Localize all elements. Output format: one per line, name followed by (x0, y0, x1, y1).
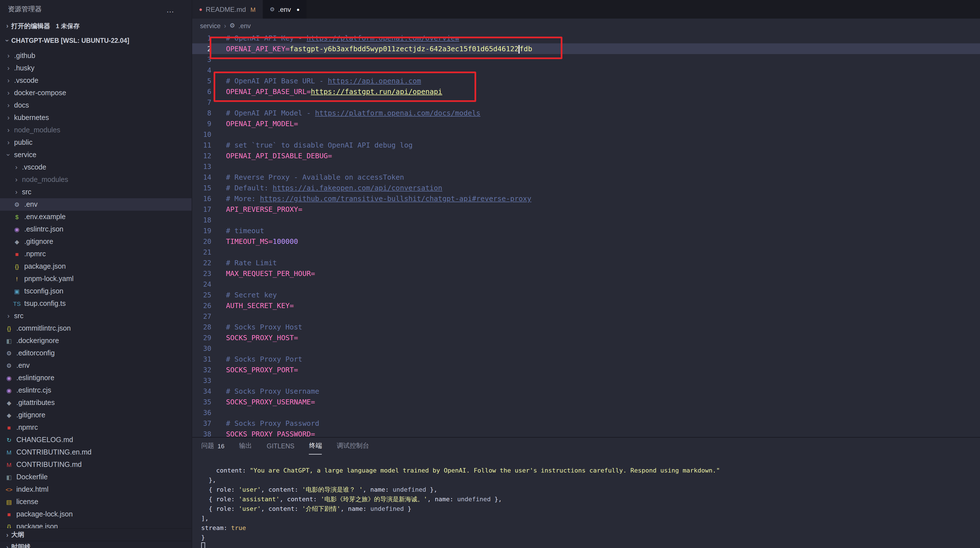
code-line[interactable]: 21 (192, 247, 980, 257)
breadcrumb-item-service[interactable]: service (200, 22, 221, 29)
tree-item[interactable]: ◉.eslintrc.cjs (0, 384, 192, 397)
tree-item[interactable]: ⚙.editorconfig (0, 347, 192, 359)
code-text: SOCKS_PROXY_HOST= (226, 334, 298, 342)
code-line[interactable]: 31# Socks Proxy Port (192, 354, 980, 364)
code-line[interactable]: 28# Socks Proxy Host (192, 322, 980, 332)
code-line[interactable]: 29SOCKS_PROXY_HOST= (192, 332, 980, 343)
tree-item[interactable]: ›docker-compose (0, 87, 192, 99)
code-line[interactable]: 10 (192, 129, 980, 140)
code-line[interactable]: 22# Rate Limit (192, 257, 980, 268)
code-line[interactable]: 7 (192, 97, 980, 108)
panel-tab[interactable]: 问题16 (201, 438, 224, 454)
tree-item[interactable]: ⚙.env (0, 359, 192, 372)
tree-item[interactable]: {}package.json (0, 260, 192, 273)
tree-item[interactable]: ›kubernetes (0, 111, 192, 124)
more-actions-icon[interactable]: … (166, 5, 175, 14)
tree-item[interactable]: ◧Dockerfile (0, 471, 192, 483)
breadcrumb-item-env[interactable]: .env (239, 22, 251, 29)
timeline-section[interactable]: › 时间线 (0, 541, 192, 548)
panel-tab[interactable]: 终端 (309, 438, 322, 454)
tree-item[interactable]: ↻CHANGELOG.md (0, 434, 192, 446)
code-line[interactable]: 20TIMEOUT_MS=100000 (192, 236, 980, 247)
code-line[interactable]: 26AUTH_SECRET_KEY= (192, 300, 980, 311)
open-editors-section[interactable]: › 打开的编辑器 1 未保存 (0, 19, 192, 33)
code-line[interactable]: 9OPENAI_API_MODEL= (192, 118, 980, 129)
tab-env[interactable]: ⚙.env● (263, 0, 307, 19)
code-line[interactable]: 32SOCKS_PROXY_PORT= (192, 364, 980, 375)
code-line[interactable]: 25# Secret key (192, 289, 980, 300)
panel-tab[interactable]: 输出 (239, 438, 252, 454)
code-line[interactable]: 13 (192, 161, 980, 172)
code-line[interactable]: 23MAX_REQUEST_PER_HOUR= (192, 268, 980, 279)
tree-item[interactable]: ◆.gitattributes (0, 397, 192, 409)
code-line[interactable]: 27 (192, 311, 980, 322)
code-line[interactable]: 36 (192, 407, 980, 418)
tree-item[interactable]: !pnpm-lock.yaml (0, 273, 192, 285)
code-line[interactable]: 38SOCKS_PROXY_PASSWORD= (192, 429, 980, 437)
tree-item[interactable]: $.env.example (0, 211, 192, 223)
code-line[interactable]: 15# Default: https://ai.fakeopen.com/api… (192, 183, 980, 193)
tree-item[interactable]: ›.vscode (0, 161, 192, 173)
tree-item[interactable]: ◉.eslintrc.json (0, 223, 192, 235)
tree-item[interactable]: ◉.eslintignore (0, 372, 192, 384)
code-line[interactable]: 37# Socks Proxy Password (192, 418, 980, 429)
code-line[interactable]: 34# Socks Proxy Username (192, 386, 980, 397)
tree-item[interactable]: ›src (0, 186, 192, 198)
code-token: https://platform.openai.com/overview (307, 34, 459, 42)
tree-item[interactable]: ■.npmrc (0, 421, 192, 434)
code-line[interactable]: 24 (192, 279, 980, 289)
tree-item[interactable]: ›.husky (0, 62, 192, 74)
panel-tab[interactable]: 调试控制台 (337, 438, 369, 454)
tab-readme-md[interactable]: ●README.mdM (192, 0, 263, 19)
code-line[interactable]: 16# More: https://github.com/transitive-… (192, 193, 980, 204)
tree-item[interactable]: TStsup.config.ts (0, 297, 192, 310)
code-text: # More: https://github.com/transitive-bu… (226, 194, 531, 203)
code-line[interactable]: 6OPENAI_API_BASE_URL=https://fastgpt.run… (192, 86, 980, 97)
tree-item[interactable]: ■.npmrc (0, 248, 192, 260)
code-line[interactable]: 17API_REVERSE_PROXY= (192, 204, 980, 214)
tree-item[interactable]: ›service (0, 149, 192, 161)
code-line[interactable]: 8# OpenAI API Model - https://platform.o… (192, 108, 980, 118)
outline-section[interactable]: › 大纲 (0, 528, 192, 541)
code-line[interactable]: 35SOCKS_PROXY_USERNAME= (192, 397, 980, 407)
tree-item[interactable]: ▣tsconfig.json (0, 285, 192, 297)
code-text: MAX_REQUEST_PER_HOUR= (226, 269, 315, 278)
tree-item[interactable]: {}.commitlintrc.json (0, 322, 192, 335)
line-number: 33 (192, 376, 211, 384)
tree-item[interactable]: ›src (0, 310, 192, 322)
code-line[interactable]: 14# Reverse Proxy - Available on accessT… (192, 172, 980, 183)
tree-item[interactable]: ⚙.env (0, 198, 192, 211)
code-line[interactable]: 19# timeout (192, 225, 980, 236)
panel-tab[interactable]: GITLENS (267, 438, 294, 454)
tree-item[interactable]: ◆.gitignore (0, 235, 192, 248)
tree-item[interactable]: ›docs (0, 99, 192, 111)
terminal[interactable]: content: "You are ChatGPT, a large langu… (201, 466, 975, 548)
workspace-root-section[interactable]: › CHATGPT-WEB [WSL: UBUNTU-22.04] (0, 34, 192, 47)
code-line[interactable]: 3 (192, 54, 980, 65)
code-line[interactable]: 4 (192, 65, 980, 75)
tree-item[interactable]: ›.github (0, 49, 192, 62)
tree-item[interactable]: MCONTRIBUTING.md (0, 459, 192, 471)
tree-item[interactable]: ◆.gitignore (0, 409, 192, 421)
tree-item[interactable]: ›public (0, 136, 192, 149)
tree-item[interactable]: <>index.html (0, 483, 192, 496)
tree-item[interactable]: ▤license (0, 496, 192, 508)
tree-item[interactable]: MCONTRIBUTING.en.md (0, 446, 192, 459)
tree-item[interactable]: {}package.json (0, 520, 192, 528)
tree-item[interactable]: ■package-lock.json (0, 508, 192, 520)
code-line[interactable]: 12OPENAI_API_DISABLE_DEBUG= (192, 150, 980, 161)
tree-item[interactable]: ◧.dockerignore (0, 335, 192, 347)
code-area[interactable]: 1# OpenAI API Key - https://platform.ope… (192, 33, 980, 437)
code-line[interactable]: 2OPENAI_API_KEY=fastgpt-y6b3axfbdd5wyp01… (192, 43, 980, 54)
code-line[interactable]: 30 (192, 343, 980, 354)
code-line[interactable]: 11# set `true` to disable OpenAI API deb… (192, 140, 980, 150)
code-line[interactable]: 18 (192, 214, 980, 225)
code-text: # Reverse Proxy - Available on accessTok… (226, 173, 404, 181)
tree-item[interactable]: ›node_modules (0, 173, 192, 186)
code-line[interactable]: 33 (192, 375, 980, 386)
breadcrumb[interactable]: service › ⚙ .env (192, 19, 980, 33)
tree-item[interactable]: ›node_modules (0, 124, 192, 136)
code-line[interactable]: 1# OpenAI API Key - https://platform.ope… (192, 33, 980, 43)
code-line[interactable]: 5# OpenAI API Base URL - https://api.ope… (192, 75, 980, 86)
tree-item[interactable]: ›.vscode (0, 74, 192, 87)
